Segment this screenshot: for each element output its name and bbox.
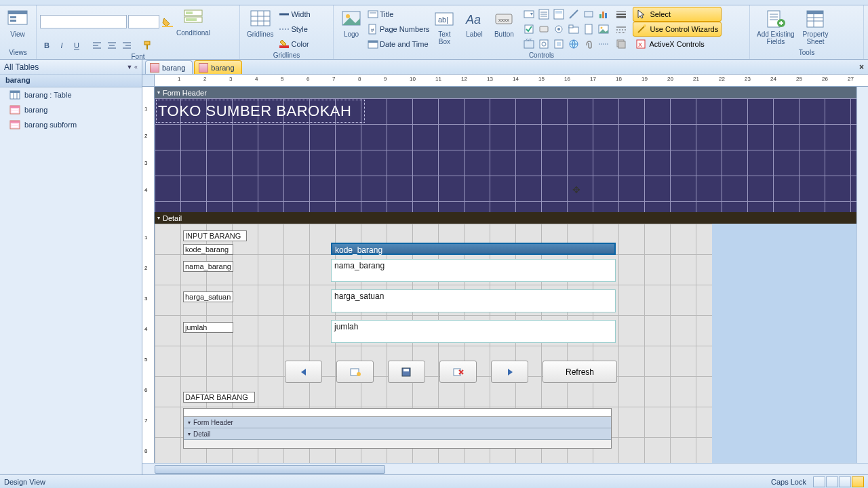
textbox-button[interactable]: ab| Text Box [429, 7, 459, 47]
page-numbers-button[interactable]: #Page Numbers [368, 22, 429, 37]
align-center-icon[interactable] [104, 38, 119, 53]
add-fields-button[interactable]: Add Existing Fields [753, 7, 799, 47]
tab-icon[interactable] [566, 22, 581, 37]
view-button[interactable]: View [3, 7, 33, 39]
form-design-canvas[interactable]: ▾ Form Header TOKO SUMBER BAROKAH ✥ ▾ De… [155, 87, 856, 463]
combo-icon[interactable] [521, 7, 536, 22]
daftar-heading-label[interactable]: DAFTAR BARANG [183, 392, 255, 403]
vertical-ruler[interactable]: 123412345678 [142, 87, 155, 463]
jumlah-label[interactable]: jumlah [183, 322, 233, 333]
subform-detail-bar[interactable]: ▾Detail [184, 428, 611, 440]
subform-header-bar[interactable]: ▾Form Header [184, 417, 611, 428]
style-button[interactable]: Style [279, 22, 310, 37]
view-shortcuts [813, 476, 864, 487]
form-view-button[interactable] [813, 476, 825, 487]
svg-rect-51 [602, 12, 604, 18]
date-time-button[interactable]: Date and Time [368, 37, 429, 52]
font-size-dropdown[interactable] [128, 15, 159, 28]
subform-icon[interactable] [551, 7, 566, 22]
horizontal-ruler[interactable]: 1234567891011121314151617181920212223242… [142, 75, 868, 87]
nav-item-table[interactable]: barang : Table [0, 87, 142, 102]
align-right-icon[interactable] [119, 38, 134, 53]
italic-icon[interactable]: I [54, 38, 69, 53]
close-tab-icon[interactable]: × [859, 62, 864, 72]
input-heading-label[interactable]: INPUT BARANG [183, 230, 247, 241]
attach-icon[interactable] [581, 37, 596, 52]
special-effect-icon[interactable] [614, 37, 629, 52]
subform-header-label: Form Header [193, 419, 233, 426]
detail-section[interactable]: INPUT BARANG kode_barang kode_barang nam… [155, 224, 856, 463]
tab-barang-1[interactable]: barang [145, 60, 193, 74]
option-icon[interactable] [551, 22, 566, 37]
nav-item-form[interactable]: barang [0, 102, 142, 117]
list-icon[interactable] [536, 7, 551, 22]
design-view-button[interactable] [852, 476, 864, 487]
vertical-scrollbar[interactable] [856, 87, 868, 463]
hyperlink-icon[interactable] [566, 37, 581, 52]
property-sheet-button[interactable]: Property Sheet [799, 7, 833, 47]
detail-section-bar[interactable]: ▾ Detail [155, 212, 856, 224]
select-button[interactable]: Select [633, 7, 722, 22]
kode-textbox[interactable]: kode_barang [331, 243, 616, 255]
ruler-corner[interactable] [142, 75, 155, 87]
font-name-dropdown[interactable] [40, 15, 127, 28]
subform-control[interactable]: ▾Form Header ▾Detail [183, 408, 612, 449]
refresh-button[interactable]: Refresh [542, 361, 617, 383]
control-gallery[interactable]: xyz [521, 7, 611, 52]
fill-bucket-icon[interactable] [160, 14, 175, 29]
activex-button[interactable]: X ActiveX Controls [633, 37, 722, 52]
gridlines-group-title: Gridlines [243, 52, 330, 59]
image-icon[interactable] [596, 22, 611, 37]
ribbon: View Views Conditional B I U [0, 5, 868, 60]
scroll-thumb[interactable] [155, 465, 385, 474]
conditional-button[interactable]: Conditional [175, 7, 212, 37]
title-button[interactable]: Title [368, 7, 429, 22]
unbound-icon[interactable] [536, 37, 551, 52]
color-button[interactable]: Color [279, 37, 310, 52]
chart-icon[interactable] [596, 7, 611, 22]
harga-label[interactable]: harga_satuan [183, 291, 233, 302]
nama-label[interactable]: nama_barang [183, 261, 233, 272]
rect-icon[interactable] [581, 7, 596, 22]
line-type-icon[interactable] [614, 22, 629, 37]
logo-button[interactable]: Logo [336, 7, 366, 39]
nama-textbox[interactable]: nama_barang [331, 259, 616, 282]
toggle-icon[interactable] [536, 22, 551, 37]
gridlines-button[interactable]: Gridlines [243, 7, 277, 39]
next-record-button[interactable] [491, 361, 528, 383]
checkbox-icon[interactable] [521, 22, 536, 37]
label-button[interactable]: Aa Label [459, 7, 489, 39]
frame-icon[interactable]: xyz [521, 37, 536, 52]
horizontal-scrollbar[interactable] [142, 463, 868, 474]
align-left-icon[interactable] [90, 38, 104, 53]
jumlah-textbox[interactable]: jumlah [331, 320, 616, 343]
format-painter-icon[interactable] [140, 38, 155, 53]
bold-icon[interactable]: B [39, 38, 54, 53]
nav-category[interactable]: barang [0, 75, 142, 87]
delete-record-button[interactable] [439, 361, 477, 383]
harga-textbox[interactable]: harga_satuan [331, 289, 616, 312]
underline-icon[interactable]: U [69, 38, 84, 53]
nav-item-subform[interactable]: barang subform [0, 117, 142, 132]
kode-label[interactable]: kode_barang [183, 244, 233, 255]
page-icon[interactable] [581, 22, 596, 37]
new-record-button[interactable] [336, 361, 374, 383]
width-button[interactable]: Width [279, 7, 310, 22]
datasheet-view-button[interactable] [826, 476, 838, 487]
line-thickness-icon[interactable] [614, 7, 629, 22]
form-title-label[interactable]: TOKO SUMBER BAROKAH [156, 100, 365, 123]
layout-view-button[interactable] [839, 476, 851, 487]
form-header-section[interactable]: TOKO SUMBER BAROKAH ✥ [155, 98, 856, 212]
pagebreak-icon[interactable] [596, 37, 611, 52]
svg-text:xxxx: xxxx [498, 17, 509, 23]
save-record-button[interactable] [388, 361, 425, 383]
nav-header[interactable]: All Tables ▼ « [0, 60, 142, 75]
textbox-label: Text Box [438, 30, 450, 45]
line-icon[interactable] [566, 7, 581, 22]
bound-icon[interactable] [551, 37, 566, 52]
button-button[interactable]: xxxx Button [489, 7, 519, 39]
prev-record-button[interactable] [285, 361, 322, 383]
tab-barang-2[interactable]: barang [194, 60, 241, 74]
use-wizards-button[interactable]: Use Control Wizards [633, 22, 722, 37]
form-header-section-bar[interactable]: ▾ Form Header [155, 87, 856, 98]
